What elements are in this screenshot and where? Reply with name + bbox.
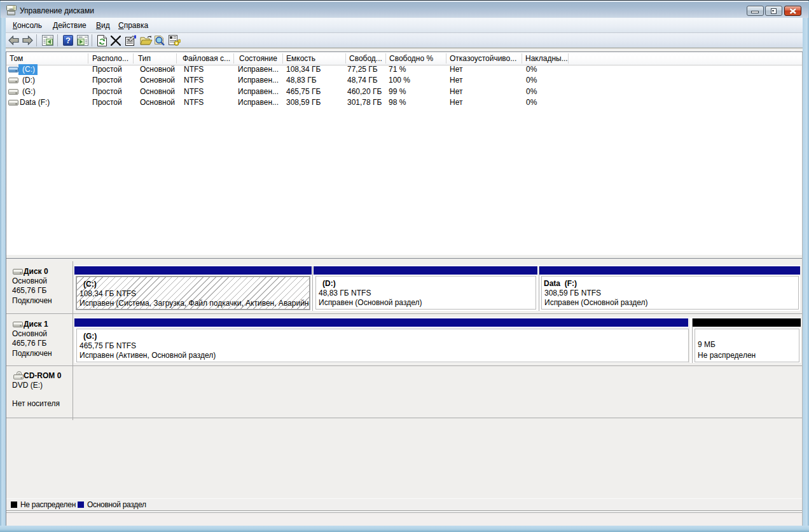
svg-text:?: ?: [66, 36, 71, 45]
